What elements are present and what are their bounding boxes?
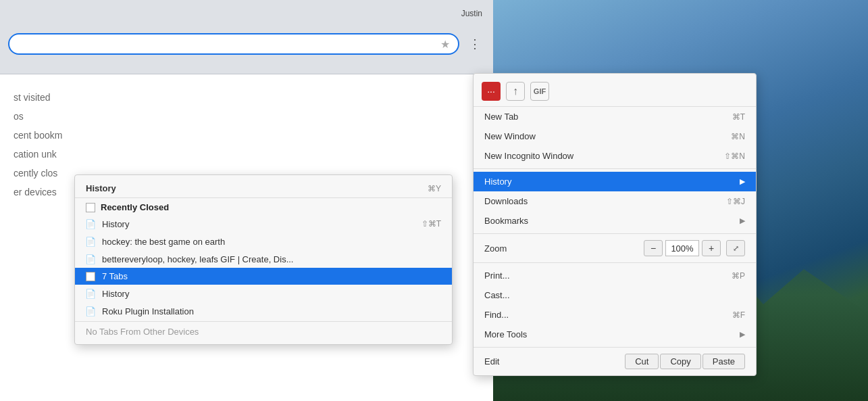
history-submenu: History ⌘Y Recently Closed 📄 History ⇧⌘T…: [74, 174, 453, 345]
submenu-footer: No Tabs From Other Devices: [75, 321, 452, 341]
menu-item-label: New Tab: [484, 112, 518, 122]
item-label: History: [102, 289, 129, 299]
user-name: Justin: [461, 9, 482, 18]
item-label: Roku Plugin Installation: [102, 306, 194, 316]
item-label: hockey: the best game on earth: [102, 237, 225, 247]
menu-divider: [474, 262, 756, 263]
extensions-row: ··· ↑ GIF: [474, 76, 756, 107]
menu-shortcut: ⌘N: [731, 132, 745, 141]
list-item[interactable]: 📄 hockey: the best game on earth: [75, 233, 452, 250]
tab-icon: [86, 272, 95, 281]
menu-item-label: More Tools: [484, 329, 527, 339]
doc-icon: 📄: [86, 236, 95, 247]
edit-buttons: Cut Copy Paste: [625, 354, 745, 369]
paste-button[interactable]: Paste: [703, 354, 745, 369]
doc-icon: 📄: [86, 254, 95, 264]
menu-item-label: New Window: [484, 131, 536, 141]
chrome-top-row: Justin: [0, 0, 493, 27]
list-item[interactable]: 📄 History: [75, 285, 452, 302]
menu-shortcut: ⌘F: [732, 310, 745, 320]
menu-item-print[interactable]: Print... ⌘P: [474, 266, 756, 285]
doc-icon: 📄: [86, 218, 95, 229]
submenu-title: History: [86, 183, 116, 193]
recently-closed-label: Recently Closed: [75, 198, 452, 215]
zoom-fullscreen-button[interactable]: ⤢: [726, 240, 745, 256]
menu-shortcut: ⌘P: [732, 271, 745, 281]
doc-icon: 📄: [86, 288, 95, 299]
menu-item-label: Print...: [484, 270, 510, 281]
list-item-7tabs[interactable]: 7 Tabs: [75, 268, 452, 285]
menu-item-label: Downloads: [484, 196, 528, 206]
item-label: bettereveryloop, hockey, leafs GIF | Cre…: [102, 254, 293, 264]
list-item[interactable]: 📄 History ⇧⌘T: [75, 215, 452, 233]
content-line-1: st visited: [14, 88, 480, 107]
cut-button[interactable]: Cut: [625, 354, 659, 369]
edit-row: Edit Cut Copy Paste: [474, 350, 756, 373]
menu-divider: [474, 233, 756, 234]
recently-closed-checkbox[interactable]: [86, 203, 95, 212]
chrome-toolbar: Justin ★ ⋮: [0, 0, 493, 74]
menu-item-new-window[interactable]: New Window ⌘N: [474, 126, 756, 146]
chrome-menu-button[interactable]: ⋮: [465, 34, 485, 54]
bookmark-icon[interactable]: ★: [440, 38, 450, 51]
item-shortcut: ⇧⌘T: [422, 219, 441, 229]
extension-icon-up[interactable]: ↑: [506, 82, 525, 101]
menu-item-downloads[interactable]: Downloads ⇧⌘J: [474, 191, 756, 211]
item-label: History: [102, 219, 129, 229]
copy-button[interactable]: Copy: [660, 354, 700, 369]
menu-item-label: Cast...: [484, 290, 510, 300]
address-bar-row: ★ ⋮: [0, 27, 493, 61]
zoom-row: Zoom − 100% + ⤢: [474, 237, 756, 260]
menu-divider: [474, 168, 756, 169]
list-item[interactable]: 📄 Roku Plugin Installation: [75, 302, 452, 320]
chrome-main-menu: ··· ↑ GIF New Tab ⌘T New Window ⌘N New I…: [473, 73, 757, 376]
menu-item-label: New Incognito Window: [484, 151, 573, 161]
zoom-controls: − 100% + ⤢: [644, 240, 745, 256]
submenu-arrow-icon: ▶: [740, 216, 745, 225]
content-line-4: cation unk: [14, 145, 480, 164]
content-line-3: cent bookm: [14, 126, 480, 145]
zoom-percent: 100%: [665, 240, 699, 256]
menu-shortcut: ⌘T: [732, 112, 745, 122]
menu-item-bookmarks[interactable]: Bookmarks ▶: [474, 211, 756, 231]
menu-divider: [474, 347, 756, 348]
menu-shortcut: ⇧⌘J: [726, 197, 745, 206]
menu-item-label: History: [484, 176, 511, 187]
submenu-arrow-icon: ▶: [740, 330, 745, 339]
zoom-out-button[interactable]: −: [644, 240, 663, 256]
doc-icon: 📄: [86, 306, 95, 316]
menu-item-label: Bookmarks: [484, 216, 528, 226]
address-bar[interactable]: ★: [8, 33, 459, 55]
menu-item-new-tab[interactable]: New Tab ⌘T: [474, 107, 756, 126]
extension-icon-red[interactable]: ···: [482, 82, 501, 101]
edit-label: Edit: [484, 356, 499, 367]
extension-icon-gif[interactable]: GIF: [530, 82, 549, 101]
submenu-arrow-icon: ▶: [740, 177, 745, 186]
menu-item-label: Find...: [484, 310, 509, 320]
menu-item-incognito[interactable]: New Incognito Window ⇧⌘N: [474, 146, 756, 166]
submenu-header: History ⌘Y: [75, 178, 452, 198]
menu-item-find[interactable]: Find... ⌘F: [474, 305, 756, 325]
list-item[interactable]: 📄 bettereveryloop, hockey, leafs GIF | C…: [75, 250, 452, 268]
menu-item-history[interactable]: History ▶: [474, 172, 756, 191]
zoom-in-button[interactable]: +: [702, 240, 721, 256]
zoom-label: Zoom: [484, 243, 518, 254]
item-label: 7 Tabs: [102, 271, 128, 281]
menu-shortcut: ⇧⌘N: [724, 151, 745, 161]
menu-item-cast[interactable]: Cast...: [474, 285, 756, 305]
content-line-2: os: [14, 107, 480, 126]
menu-item-more-tools[interactable]: More Tools ▶: [474, 325, 756, 344]
submenu-shortcut: ⌘Y: [428, 184, 441, 193]
